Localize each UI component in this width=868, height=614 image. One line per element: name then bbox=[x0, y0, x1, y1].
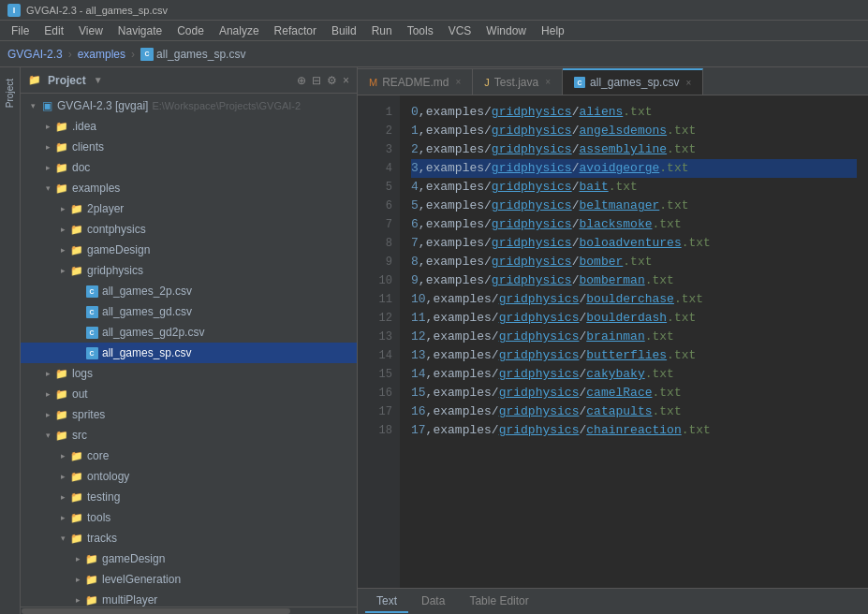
menu-item-window[interactable]: Window bbox=[478, 22, 534, 39]
tree-item-gameDesign[interactable]: ▸📁gameDesign bbox=[21, 240, 357, 260]
tree-item-label: ontology bbox=[87, 470, 129, 483]
tree-item-sprites[interactable]: ▸📁sprites bbox=[21, 404, 357, 425]
menu-item-edit[interactable]: Edit bbox=[37, 22, 71, 39]
csv-file-link[interactable]: camelRace bbox=[586, 386, 652, 400]
csv-file-link[interactable]: boloadventures bbox=[579, 236, 681, 250]
csv-folder-link[interactable]: gridphysics bbox=[499, 292, 580, 306]
tree-item-src[interactable]: ▾📁src bbox=[21, 425, 357, 446]
csv-folder-link[interactable]: gridphysics bbox=[499, 404, 580, 418]
tree-item-clients[interactable]: ▸📁clients bbox=[21, 137, 357, 157]
csv-folder-link[interactable]: gridphysics bbox=[492, 180, 572, 194]
csv-folder-link[interactable]: gridphysics bbox=[492, 217, 572, 231]
tree-item-logs[interactable]: ▸📁logs bbox=[21, 363, 357, 384]
csv-folder-link[interactable]: gridphysics bbox=[492, 161, 572, 175]
csv-file-link[interactable]: bomber bbox=[579, 255, 623, 269]
csv-file-link[interactable]: bomberman bbox=[579, 273, 644, 287]
csv-file-link[interactable]: blacksmoke bbox=[579, 217, 652, 231]
tree-item-gameDesign2[interactable]: ▸📁gameDesign bbox=[21, 548, 357, 569]
title-bar: I GVGAI-2.3 - all_games_sp.csv bbox=[0, 0, 868, 21]
breadcrumb-project[interactable]: GVGAI-2.3 bbox=[7, 48, 63, 61]
csv-folder-link[interactable]: gridphysics bbox=[499, 348, 580, 362]
vtab-project[interactable]: Project bbox=[1, 71, 19, 115]
csv-file-link[interactable]: aliens bbox=[579, 105, 623, 119]
settings-icon[interactable]: ⚙ bbox=[327, 74, 337, 87]
csv-file-link[interactable]: brainman bbox=[586, 329, 644, 344]
csv-file-link[interactable]: boulderdash bbox=[586, 311, 667, 325]
menu-item-view[interactable]: View bbox=[71, 22, 110, 39]
tree-item-testing[interactable]: ▸📁testing bbox=[21, 487, 357, 507]
csv-file-link[interactable]: angelsdemons bbox=[579, 124, 667, 138]
csv-folder-link[interactable]: gridphysics bbox=[492, 124, 572, 138]
menu-item-build[interactable]: Build bbox=[324, 22, 364, 39]
tree-item-core[interactable]: ▸📁core bbox=[21, 446, 357, 466]
tree-item-examples[interactable]: ▾📁examples bbox=[21, 178, 357, 198]
tree-indent bbox=[21, 140, 41, 154]
menu-item-navigate[interactable]: Navigate bbox=[110, 22, 169, 39]
bottom-tab-data[interactable]: Data bbox=[410, 591, 456, 613]
csv-folder-link[interactable]: gridphysics bbox=[492, 255, 572, 269]
tree-item-out[interactable]: ▸📁out bbox=[21, 384, 357, 404]
tree-item-tools[interactable]: ▸📁tools bbox=[21, 507, 357, 528]
tab-close-btn[interactable]: × bbox=[685, 78, 691, 88]
file-tree[interactable]: ▾▣GVGAI-2.3 [gvgai]E:\Workspace\Projects… bbox=[21, 94, 357, 607]
tree-item-2player[interactable]: ▸📁2player bbox=[21, 198, 357, 219]
tree-item-idea[interactable]: ▸📁.idea bbox=[21, 116, 357, 137]
tree-item-ontology[interactable]: ▸📁ontology bbox=[21, 466, 357, 487]
csv-file-link[interactable]: butterflies bbox=[586, 348, 667, 362]
tab-close-btn[interactable]: × bbox=[456, 77, 462, 87]
tree-item-gridphysics[interactable]: ▸📁gridphysics bbox=[21, 260, 357, 281]
code-content[interactable]: 0,examples/gridphysics/aliens.txt1,examp… bbox=[400, 95, 868, 588]
editor-tab-test[interactable]: JTest.java× bbox=[473, 68, 563, 95]
csv-folder-link[interactable]: gridphysics bbox=[492, 273, 572, 287]
tree-item-all_games_2p[interactable]: Call_games_2p.csv bbox=[21, 281, 357, 301]
csv-file-link[interactable]: boulderchase bbox=[586, 292, 674, 306]
csv-folder-link[interactable]: gridphysics bbox=[499, 386, 580, 400]
csv-file-link[interactable]: cakybaky bbox=[586, 367, 644, 381]
menu-item-help[interactable]: Help bbox=[534, 22, 572, 39]
tree-item-all_games_gd[interactable]: Call_games_gd.csv bbox=[21, 301, 357, 322]
csv-file-link[interactable]: bait bbox=[579, 180, 608, 194]
menu-item-analyze[interactable]: Analyze bbox=[212, 22, 267, 39]
csv-file-link[interactable]: avoidgeorge bbox=[579, 161, 659, 175]
tab-close-btn[interactable]: × bbox=[545, 77, 551, 87]
tree-item-root[interactable]: ▾▣GVGAI-2.3 [gvgai]E:\Workspace\Projects… bbox=[21, 95, 357, 116]
sidebar-scrollbar[interactable] bbox=[21, 607, 357, 614]
tree-item-all_games_gd2p[interactable]: Call_games_gd2p.csv bbox=[21, 322, 357, 343]
csv-file-link[interactable]: beltmanager bbox=[579, 198, 659, 212]
menu-item-run[interactable]: Run bbox=[364, 22, 400, 39]
menu-item-vcs[interactable]: VCS bbox=[441, 22, 479, 39]
tree-item-multiPlayer[interactable]: ▸📁multiPlayer bbox=[21, 590, 357, 607]
bottom-tab-text[interactable]: Text bbox=[365, 591, 408, 613]
csv-folder-link[interactable]: gridphysics bbox=[492, 236, 572, 250]
csv-folder-link[interactable]: gridphysics bbox=[499, 311, 580, 325]
tree-item-contphysics[interactable]: ▸📁contphysics bbox=[21, 219, 357, 240]
add-icon[interactable]: ⊕ bbox=[297, 74, 306, 87]
csv-folder-link[interactable]: gridphysics bbox=[492, 142, 572, 156]
line-number: 14 bbox=[358, 346, 392, 365]
line-number: 2 bbox=[358, 122, 392, 140]
csv-folder-link[interactable]: gridphysics bbox=[499, 423, 580, 437]
bottom-tab-table_editor[interactable]: Table Editor bbox=[458, 591, 539, 613]
tree-item-tracks[interactable]: ▾📁tracks bbox=[21, 528, 357, 548]
csv-file-link[interactable]: catapults bbox=[586, 404, 652, 418]
tree-item-all_games_sp[interactable]: Call_games_sp.csv bbox=[21, 343, 357, 363]
editor-tab-all_games_sp[interactable]: Call_games_sp.csv× bbox=[563, 68, 703, 95]
csv-file-link[interactable]: assemblyline bbox=[579, 142, 667, 156]
csv-folder-link[interactable]: gridphysics bbox=[499, 367, 580, 381]
tree-item-levelGeneration[interactable]: ▸📁levelGeneration bbox=[21, 569, 357, 590]
csv-folder-link[interactable]: gridphysics bbox=[492, 105, 572, 119]
csv-file-link[interactable]: chainreaction bbox=[586, 423, 681, 437]
editor-tab-readme[interactable]: MREADME.md× bbox=[358, 68, 473, 95]
breadcrumb-folder[interactable]: examples bbox=[78, 48, 125, 61]
code-line: 17,examples/gridphysics/chainreaction.tx… bbox=[411, 421, 857, 440]
csv-folder-link[interactable]: gridphysics bbox=[499, 329, 580, 344]
csv-folder-link[interactable]: gridphysics bbox=[492, 198, 572, 212]
menu-item-code[interactable]: Code bbox=[169, 22, 212, 39]
close-icon[interactable]: × bbox=[343, 74, 349, 87]
menu-item-refactor[interactable]: Refactor bbox=[267, 22, 324, 39]
menu-item-tools[interactable]: Tools bbox=[400, 22, 441, 39]
collapse-all-icon[interactable]: ⊟ bbox=[312, 74, 321, 87]
tree-item-doc[interactable]: ▸📁doc bbox=[21, 157, 357, 178]
breadcrumb-file-name[interactable]: all_games_sp.csv bbox=[156, 48, 245, 61]
menu-item-file[interactable]: File bbox=[4, 22, 37, 39]
